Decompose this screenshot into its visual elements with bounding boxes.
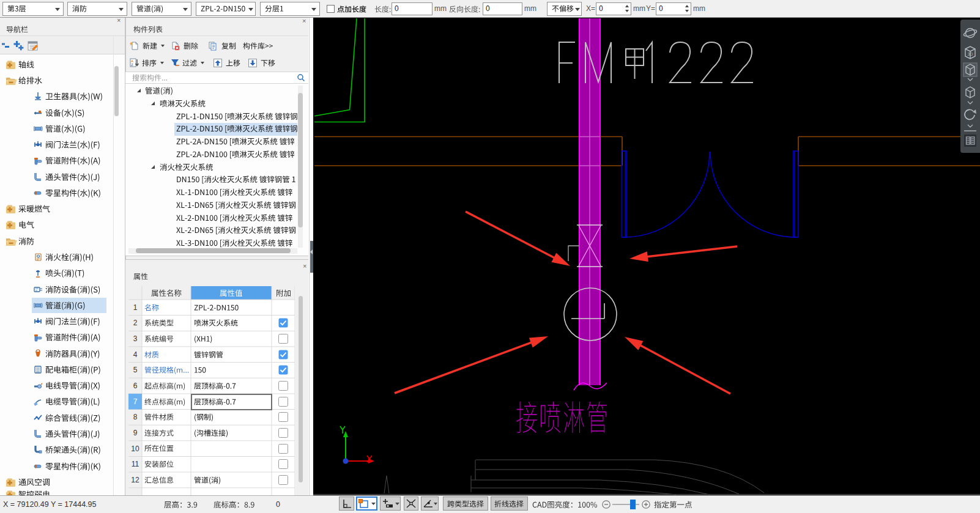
svg-text:Z: Z xyxy=(131,63,133,67)
svg-text:3D: 3D xyxy=(968,52,973,56)
